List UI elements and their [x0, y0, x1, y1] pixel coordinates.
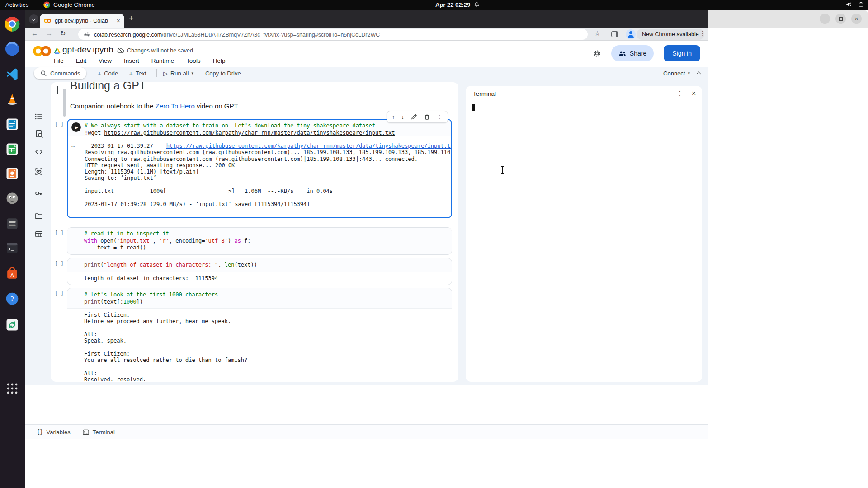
power-icon[interactable]: [858, 1, 864, 8]
cell-box[interactable]: ▶ # We always start with a dataset to tr…: [67, 119, 452, 218]
zero-to-hero-link[interactable]: Zero To Hero: [155, 102, 194, 110]
back-button[interactable]: ←: [31, 29, 38, 37]
bookmark-star-icon[interactable]: ☆: [594, 30, 600, 37]
copy-to-drive-button[interactable]: Copy to Drive: [205, 70, 241, 77]
libreoffice-calc-dock-icon[interactable]: [3, 140, 21, 158]
add-code-button[interactable]: + Code: [97, 70, 118, 77]
commands-button[interactable]: Commands: [34, 67, 86, 79]
ubuntu-software-dock-icon[interactable]: A: [3, 264, 21, 282]
colab-favicon: [44, 18, 51, 23]
output-collapse-icon[interactable]: [57, 314, 57, 322]
menu-file[interactable]: File: [54, 57, 64, 64]
output-collapse-icon[interactable]: [57, 144, 57, 152]
browser-menu-icon[interactable]: ⋮: [699, 30, 706, 37]
move-cell-down-icon[interactable]: ↓: [401, 114, 405, 120]
cell-box[interactable]: # let's look at the first 1000 character…: [67, 288, 452, 382]
profile-avatar[interactable]: [626, 29, 636, 39]
commands-label: Commands: [50, 70, 80, 77]
code-editor[interactable]: print("length of dataset in characters: …: [67, 258, 452, 272]
clock[interactable]: Apr 22 02:29: [435, 1, 480, 8]
activities-button[interactable]: Activities: [5, 1, 28, 8]
vlc-dock-icon[interactable]: [3, 90, 21, 108]
svg-text:?: ?: [10, 295, 14, 303]
terminal-button[interactable]: Terminal: [82, 429, 115, 436]
vscode-dock-icon[interactable]: [3, 65, 21, 83]
settings-gear-icon[interactable]: [593, 49, 601, 58]
focused-app[interactable]: Google Chrome: [43, 1, 95, 8]
text-cursor-pointer: [502, 166, 503, 174]
terminal-close-icon[interactable]: ×: [692, 89, 696, 98]
secrets-key-icon[interactable]: [34, 189, 43, 198]
address-bar[interactable]: colab.research.google.com/drive/1JMLa53H…: [78, 29, 588, 40]
gimp-dock-icon[interactable]: [3, 189, 21, 207]
move-cell-up-icon[interactable]: ↑: [392, 114, 395, 120]
forward-button[interactable]: →: [46, 29, 52, 37]
connect-button[interactable]: Connect ▾: [663, 70, 690, 77]
menu-view[interactable]: View: [99, 57, 112, 64]
cell-more-icon[interactable]: ⋮: [437, 114, 443, 120]
section-collapse-icon[interactable]: [57, 86, 58, 94]
restore-button[interactable]: [835, 14, 846, 24]
code-editor[interactable]: # read it in to inspect itwith open('inp…: [67, 228, 452, 254]
menu-edit[interactable]: Edit: [76, 57, 86, 64]
libreoffice-impress-dock-icon[interactable]: [3, 164, 21, 183]
blue-sphere-app-icon[interactable]: [3, 40, 21, 58]
output-options-dots-icon[interactable]: ⋯: [71, 144, 75, 150]
browser-tab[interactable]: gpt-dev.ipynb - Colab ×: [40, 14, 124, 28]
code-cell[interactable]: [ ] print("length of dataset in characte…: [51, 258, 458, 285]
variables-button[interactable]: {} Variables: [37, 429, 71, 436]
new-tab-button[interactable]: +: [129, 14, 134, 23]
code-cell[interactable]: [ ] ▶ # We always start with a dataset t…: [51, 119, 458, 219]
close-button[interactable]: ×: [851, 14, 862, 24]
code-cell[interactable]: [ ] # read it in to inspect itwith open(…: [51, 227, 458, 255]
notebook-title[interactable]: gpt-dev.ipynb: [62, 45, 113, 55]
side-panel-icon[interactable]: [611, 31, 618, 37]
wget-output-link[interactable]: https://raw.githubusercontent.com/karpat…: [166, 143, 451, 149]
share-people-icon: [618, 50, 626, 57]
collapse-header-icon[interactable]: [697, 72, 701, 76]
site-info-icon[interactable]: [84, 31, 90, 38]
edit-pencil-icon[interactable]: [410, 113, 417, 120]
libreoffice-writer-dock-icon[interactable]: [3, 115, 21, 133]
table-grid-icon[interactable]: [34, 230, 43, 239]
cell-box[interactable]: print("length of dataset in characters: …: [67, 258, 452, 285]
cell-toolbar: ↑ ↓ ⋮: [387, 111, 448, 123]
terminal-menu-icon[interactable]: ⋮: [677, 90, 683, 97]
code-editor[interactable]: # let's look at the first 1000 character…: [67, 288, 452, 308]
find-replace-icon[interactable]: [34, 129, 43, 138]
variable-inspector-icon[interactable]: [34, 167, 43, 176]
share-label: Share: [630, 50, 646, 57]
table-of-contents-icon[interactable]: [34, 112, 43, 121]
menu-tools[interactable]: Tools: [186, 57, 201, 64]
add-text-button[interactable]: + Text: [129, 70, 146, 77]
run-all-caret-icon[interactable]: ▾: [191, 71, 193, 75]
terminal-window-icon: [82, 429, 90, 436]
green-app-dock-icon[interactable]: [3, 316, 21, 334]
share-button[interactable]: Share: [611, 45, 654, 61]
run-all-button[interactable]: ▷ Run all ▾: [163, 70, 193, 77]
scrollbar-thumb[interactable]: [63, 89, 66, 117]
chrome-update-chip[interactable]: New Chrome available: [637, 29, 704, 40]
url-path: /drive/1JMLa53HDuA-i7ZBmqV7ZnA3c_fvtXnx-…: [162, 32, 380, 38]
files-folder-icon[interactable]: [34, 211, 43, 221]
output-collapse-icon[interactable]: [57, 276, 57, 284]
cell-box[interactable]: # read it in to inspect itwith open('inp…: [67, 227, 452, 255]
file-cabinet-dock-icon[interactable]: [3, 215, 21, 233]
tab-close-icon[interactable]: ×: [117, 17, 120, 24]
sign-in-button[interactable]: Sign in: [664, 45, 700, 61]
reload-button[interactable]: ↻: [60, 29, 66, 38]
volume-icon[interactable]: [845, 1, 852, 8]
code-cell[interactable]: [ ] # let's look at the first 1000 chara…: [51, 288, 458, 382]
run-cell-button[interactable]: ▶: [71, 122, 81, 132]
delete-trash-icon[interactable]: [424, 113, 430, 120]
minimize-button[interactable]: −: [820, 14, 830, 24]
menu-help[interactable]: Help: [213, 57, 226, 64]
app-grid-icon[interactable]: [3, 380, 21, 398]
menu-insert[interactable]: Insert: [124, 57, 139, 64]
code-snippets-icon[interactable]: [34, 147, 43, 156]
menu-runtime[interactable]: Runtime: [151, 57, 174, 64]
help-dock-icon[interactable]: ?: [3, 290, 21, 308]
tab-search-chevron-button[interactable]: [29, 14, 38, 24]
terminal-dock-icon[interactable]: [3, 239, 21, 257]
chrome-dock-icon[interactable]: [3, 15, 21, 33]
